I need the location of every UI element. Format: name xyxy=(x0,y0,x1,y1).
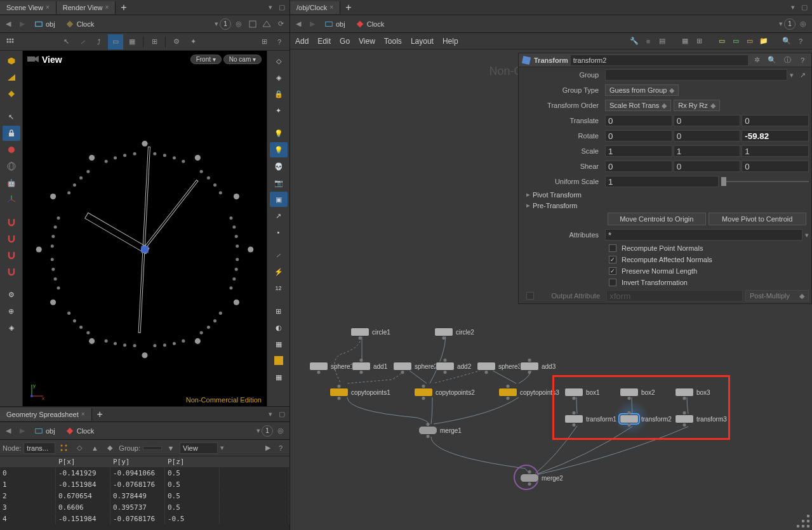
node-ctp2[interactable]: copytopoints2 xyxy=(414,388,475,397)
sy-field[interactable] xyxy=(674,145,741,157)
camera-icon[interactable] xyxy=(27,55,39,65)
uscale-field[interactable] xyxy=(605,176,719,187)
grid2-icon[interactable]: ⊞ xyxy=(693,35,705,48)
rx-field[interactable] xyxy=(605,130,672,142)
help-icon[interactable]: ? xyxy=(272,34,287,50)
select-icon[interactable]: ↖ xyxy=(58,34,74,50)
pivot-section[interactable]: ▸Pivot Transform xyxy=(519,189,811,200)
xform-order-dropdown[interactable]: Scale Rot Trans◆ xyxy=(605,100,671,111)
wrench-icon[interactable]: 🔧 xyxy=(628,35,641,48)
gold-icon[interactable] xyxy=(270,353,288,368)
num-icon[interactable]: 12 xyxy=(270,281,288,296)
node-circle2[interactable]: circle2 xyxy=(434,328,474,336)
rz-field[interactable] xyxy=(742,130,809,142)
node-transform1[interactable]: transform1 xyxy=(564,414,616,423)
node-name-field[interactable] xyxy=(571,55,748,65)
shelf-axis-icon[interactable] xyxy=(3,192,20,207)
shelf-magnet4-icon[interactable] xyxy=(3,264,20,279)
shx-field[interactable] xyxy=(605,161,672,172)
group-type-dropdown[interactable]: Guess from Group◆ xyxy=(605,84,679,96)
shelf-wedge-icon[interactable] xyxy=(3,70,20,85)
search-icon[interactable]: 🔍 xyxy=(766,54,778,67)
lasso-icon[interactable]: ⟋ xyxy=(75,34,90,50)
points-icon[interactable] xyxy=(58,442,70,454)
visible-icon[interactable]: ▦ xyxy=(124,34,140,50)
nav-fwd-icon[interactable]: ▶ xyxy=(307,18,318,30)
maximize-icon[interactable]: ▢ xyxy=(277,409,287,420)
wire-icon[interactable]: ⊞ xyxy=(270,303,288,319)
sync-icon[interactable]: ◎ xyxy=(797,18,809,30)
obj2-icon[interactable] xyxy=(260,18,273,30)
menu-view[interactable]: View xyxy=(359,37,375,46)
node-transform2[interactable]: transform2 xyxy=(620,414,672,423)
shelf-magnet2-icon[interactable] xyxy=(3,231,20,246)
node-sphere1[interactable]: sphere1 xyxy=(309,362,354,371)
node-field[interactable]: trans... xyxy=(23,442,55,454)
box-select-icon[interactable]: ▭ xyxy=(108,34,123,50)
verts-icon[interactable]: ◇ xyxy=(73,442,86,454)
star-icon[interactable]: ✦ xyxy=(270,103,288,118)
shelf-red-icon[interactable] xyxy=(3,142,20,157)
folder-icon[interactable]: 📁 xyxy=(757,35,770,48)
arrow-icon[interactable]: ↗ xyxy=(270,208,288,223)
ghost-icon[interactable]: ◇ xyxy=(270,53,288,69)
bulb-on-icon[interactable]: 💡 xyxy=(270,142,288,157)
tab-render-view[interactable]: Render View× xyxy=(57,1,116,14)
add-tab-button[interactable]: + xyxy=(116,2,131,13)
table-row[interactable]: 20.6706540.3784490.5 xyxy=(0,491,290,502)
table-row[interactable]: 4-0.151984-0.0768176-0.5 xyxy=(0,513,290,525)
pane-menu-icon[interactable]: ▾ xyxy=(788,3,798,13)
gear-icon[interactable]: ✲ xyxy=(750,54,763,67)
path-clock[interactable]: Clock xyxy=(62,18,98,30)
display-icon[interactable]: ◈ xyxy=(270,70,288,85)
pane-menu-icon[interactable]: ▾ xyxy=(265,3,276,13)
nav-fwd-icon[interactable]: ▶ xyxy=(17,18,28,30)
lock-icon[interactable] xyxy=(3,126,20,141)
shelf-cube-icon[interactable] xyxy=(3,53,20,69)
note3-icon[interactable]: ▭ xyxy=(743,35,756,48)
node-transform3[interactable]: transform3 xyxy=(675,414,727,423)
ty-field[interactable] xyxy=(674,115,741,126)
shy-field[interactable] xyxy=(674,161,741,172)
menu-tools[interactable]: Tools xyxy=(384,37,402,46)
node-add3[interactable]: add3 xyxy=(520,362,556,371)
resize-handle[interactable] xyxy=(807,525,809,527)
maximize-icon[interactable]: ▢ xyxy=(799,3,809,13)
view-axis-dropdown[interactable]: Front ▾ xyxy=(190,55,222,64)
play-icon[interactable]: ▶ xyxy=(262,442,274,454)
options-icon[interactable]: ✦ xyxy=(185,34,201,50)
tex-icon[interactable]: ▦ xyxy=(270,336,288,352)
help-icon[interactable]: ? xyxy=(796,54,809,67)
menu-go[interactable]: Go xyxy=(340,37,350,46)
info-icon[interactable]: ⓘ xyxy=(781,54,794,67)
tz-field[interactable] xyxy=(742,115,809,126)
cam-icon[interactable]: 📷 xyxy=(270,175,288,190)
gear-icon[interactable]: ⚙ xyxy=(169,34,184,50)
table-row[interactable]: 30.66060.3957370.5 xyxy=(0,502,290,513)
node-ctp1[interactable]: copytopoints1 xyxy=(329,388,390,397)
brush-icon[interactable]: ⤴ xyxy=(91,34,107,50)
shelf-poly-icon[interactable] xyxy=(3,86,20,102)
check-icon[interactable]: ▦ xyxy=(270,369,288,385)
node-sphere2[interactable]: sphere2 xyxy=(393,362,437,371)
nav-back-icon[interactable]: ◀ xyxy=(3,425,14,437)
node-add2[interactable]: add2 xyxy=(436,362,471,371)
shelf-settings3-icon[interactable]: ◈ xyxy=(3,320,20,335)
table-row[interactable]: 0-0.141929-0.09410660.5 xyxy=(0,468,290,479)
handle-tool-icon[interactable] xyxy=(3,34,18,50)
path-obj[interactable]: obj xyxy=(30,18,59,30)
shelf-magnet3-icon[interactable] xyxy=(3,248,20,263)
table-row[interactable]: 1-0.151984-0.07681760.5 xyxy=(0,479,290,491)
node-graph[interactable]: Non-Commercial Edition Geometry circle1 xyxy=(290,50,812,530)
add-tab-button[interactable]: + xyxy=(340,2,356,13)
frame-icon[interactable]: ▣ xyxy=(270,192,288,207)
menu-layout[interactable]: Layout xyxy=(411,37,434,46)
pane-menu-icon[interactable]: ▾ xyxy=(265,409,276,420)
pin-count[interactable]: 1 xyxy=(220,18,231,30)
pointer-icon[interactable]: ↖ xyxy=(3,109,20,124)
attributes-field[interactable] xyxy=(605,229,802,241)
flash-icon[interactable]: ⚡ xyxy=(270,264,288,279)
nav-back-icon[interactable]: ◀ xyxy=(3,18,14,30)
prims-icon[interactable]: ▲ xyxy=(88,442,101,454)
sz-field[interactable] xyxy=(742,145,809,157)
